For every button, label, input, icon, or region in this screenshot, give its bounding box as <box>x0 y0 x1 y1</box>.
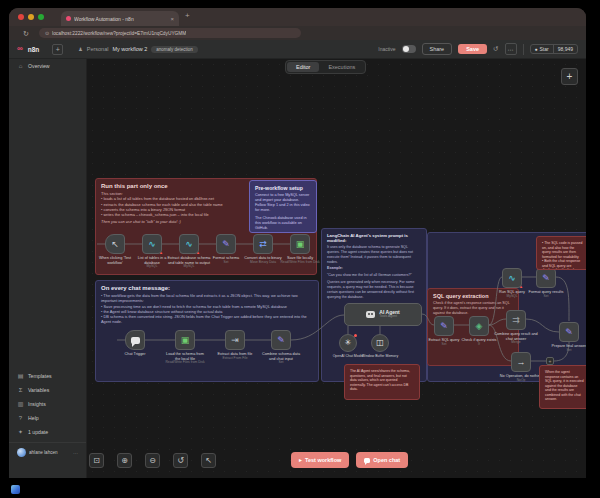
history-icon[interactable]: ↺ <box>493 46 498 53</box>
node-ai-agent[interactable]: AI Agent Tools Agent <box>344 303 422 326</box>
workflow-name[interactable]: My workflow 2 <box>112 46 147 52</box>
sidebar-item-label: Overview <box>28 63 50 69</box>
cursor-icon: ↖ <box>111 240 119 249</box>
binary-icon: ⇄ <box>259 240 267 249</box>
github-star-widget[interactable]: ●Star 98,949 <box>530 44 579 54</box>
node-save-file[interactable]: ▣ Save file locally Read/Write Files fro… <box>278 234 322 265</box>
browser-url-bar: ↻ ⊙ localhost:2222/workflow/new?projectI… <box>9 26 586 40</box>
node-subtitle: Tools Agent <box>379 315 397 319</box>
add-node-button[interactable]: + <box>561 68 578 85</box>
node-label: Window Buffer Memory <box>362 354 398 358</box>
sidebar-item-help[interactable]: ? Help <box>9 411 86 425</box>
merge-icon: ⇉ <box>512 316 520 325</box>
tab-editor[interactable]: Editor <box>287 62 319 72</box>
url-text: localhost:2222/workflow/new?projectId=E7… <box>52 31 186 36</box>
user-name: ahlane lahcen <box>29 450 70 455</box>
node-subtitle: If <box>478 343 480 347</box>
sidebar-item-insights[interactable]: ▥ Insights <box>9 397 86 411</box>
node-no-operation[interactable]: → No Operation, do nothing NoOp <box>499 352 543 383</box>
sidebar-item-updates[interactable]: ✦ 1 update <box>9 425 86 439</box>
edit-fields-icon: ✎ <box>440 322 448 331</box>
zoom-out-button[interactable]: ⊖ <box>145 453 160 468</box>
pointer-mode-button[interactable]: ↖ <box>201 453 216 468</box>
github-star-label: Star <box>540 46 549 52</box>
screen: Workflow Automation - n8n × + ↻ ⊙ localh… <box>0 0 600 498</box>
node-subtitle: Set <box>544 295 549 299</box>
toggle-knob <box>403 46 409 52</box>
save-button[interactable]: Save <box>458 44 487 54</box>
site-info-icon[interactable]: ⊙ <box>45 31 49 36</box>
robot-icon <box>366 311 375 318</box>
user-more-icon[interactable]: ⋯ <box>73 450 78 456</box>
insights-icon: ▥ <box>17 401 24 407</box>
open-chat-button[interactable]: Open chat <box>356 452 408 468</box>
node-chat-trigger[interactable]: Chat Trigger <box>113 330 157 357</box>
chat-icon <box>131 337 140 344</box>
open-chat-label: Open chat <box>373 457 400 463</box>
sticky-note-top-right[interactable]: • The SQL code is passed on, and also ho… <box>536 236 586 270</box>
mysql-icon: ∿ <box>148 240 156 249</box>
sidebar-item-variables[interactable]: Σ Variables <box>9 383 86 397</box>
breadcrumb-project[interactable]: Personal <box>87 46 109 52</box>
note-bullets: • The SQL code is passed on, and also ho… <box>542 241 584 270</box>
templates-icon: ▤ <box>17 373 24 379</box>
browser-window: Workflow Automation - n8n × + ↻ ⊙ localh… <box>9 8 586 478</box>
chat-icon <box>364 458 370 463</box>
sidebar-bottom: ▤ Templates Σ Variables ▥ Insights ? Hel… <box>9 369 86 462</box>
node-combine-schema-chat[interactable]: ✎ Combine schema data and chat input Set <box>259 330 303 365</box>
sidebar-item-label: Templates <box>28 373 52 379</box>
tab-executions[interactable]: Executions <box>319 62 364 72</box>
node-load-schema[interactable]: ▣ Load the schema from the local file Re… <box>163 330 207 365</box>
zoom-in-button[interactable]: ⊕ <box>117 453 132 468</box>
sidebar-item-overview[interactable]: ⌂ Overview <box>9 59 86 73</box>
minimize-window-button[interactable] <box>28 14 34 20</box>
test-workflow-button[interactable]: ▸ Test workflow <box>291 452 349 468</box>
node-subtitle: NoOp <box>517 379 526 383</box>
new-tab-button[interactable]: + <box>185 12 190 20</box>
node-subtitle: Read/Write Files from Disk <box>280 261 319 265</box>
node-check-query-exists[interactable]: ◈ Check if query exists If <box>459 316 499 347</box>
edit-fields-icon: ✎ <box>542 274 550 283</box>
close-window-button[interactable] <box>18 14 24 20</box>
more-menu-button[interactable]: ⋯ <box>505 43 517 55</box>
node-window-buffer-memory[interactable]: ◫ Window Buffer Memory <box>360 334 400 358</box>
user-menu[interactable]: ahlane lahcen ⋯ <box>9 442 86 462</box>
node-subtitle: Set <box>442 343 447 347</box>
sidebar-item-templates[interactable]: ▤ Templates <box>9 369 86 383</box>
sticky-note-bottom-right[interactable]: When the agent response contains an SQL … <box>539 365 586 409</box>
node-extract-file[interactable]: ⇥ Extract data from file Extract From Fi… <box>213 330 257 361</box>
share-button[interactable]: Share <box>422 43 453 55</box>
node-label: OpenAI Chat Model <box>333 354 364 358</box>
header-actions: Inactive Share Save ↺ ⋯ ●Star 98,949 <box>378 43 578 55</box>
github-star-count: 98,949 <box>553 45 577 53</box>
window-controls <box>18 14 44 20</box>
workflow-canvas[interactable]: Editor Executions + Run this part only o… <box>87 59 586 478</box>
workflow-tag[interactable]: anomaly detection <box>151 46 198 53</box>
node-prepare-final-answer[interactable]: ✎ Prepare final answer Set <box>547 322 586 353</box>
node-format-query-results[interactable]: ✎ Format query results Set <box>524 268 568 299</box>
panel-toggle-button[interactable]: + <box>52 44 63 55</box>
help-icon: ? <box>17 415 24 421</box>
maximize-window-button[interactable] <box>38 14 44 20</box>
extract-file-icon: ⇥ <box>231 336 239 345</box>
tab-close-icon[interactable]: × <box>170 16 174 22</box>
node-combine-result-answer[interactable]: ⇉ Combine query result and chat answer M… <box>494 310 538 345</box>
sticky-note-agent-warning[interactable]: The AI Agent sees/shares the schema, que… <box>344 364 420 400</box>
node-extract-sql-query[interactable]: ✎ Extract SQL query Set <box>424 316 464 347</box>
active-toggle[interactable] <box>402 45 416 53</box>
node-subtitle: Read/Write Files from Disk <box>165 361 204 365</box>
note-text: The AI Agent sees/shares the schema, que… <box>350 369 414 392</box>
warning-icon: ▲ <box>159 251 163 255</box>
status-label: Inactive <box>378 46 395 52</box>
editor-tabs: Editor Executions <box>285 60 366 74</box>
address-bar[interactable]: ⊙ localhost:2222/workflow/new?projectId=… <box>39 28 301 38</box>
add-node-inline-button[interactable]: + <box>546 357 554 365</box>
openai-icon: ✳ <box>345 339 352 347</box>
error-indicator <box>354 334 357 337</box>
reload-icon[interactable]: ↻ <box>23 30 29 37</box>
undo-button[interactable]: ↺ <box>173 453 188 468</box>
note-text: When the agent response contains an SQL … <box>545 370 584 402</box>
browser-tab[interactable]: Workflow Automation - n8n × <box>61 11 179 26</box>
taskbar-app-icon[interactable] <box>11 485 20 494</box>
fit-view-button[interactable]: ⊡ <box>89 453 104 468</box>
